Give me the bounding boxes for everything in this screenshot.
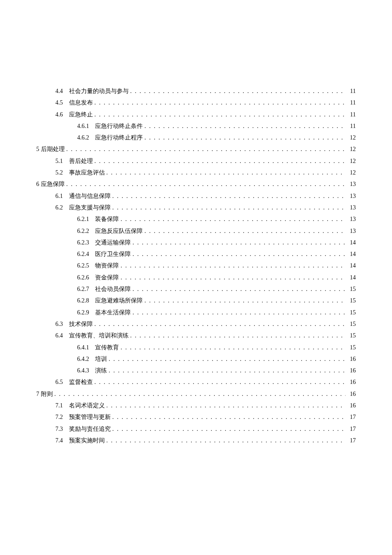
toc-entry-title: 应急终止 xyxy=(69,109,93,120)
toc-leader-dots xyxy=(144,225,346,237)
toc-entry-title: 名词术语定义 xyxy=(69,400,105,411)
toc-leader-dots xyxy=(121,342,346,353)
toc-entry-title: 物资保障 xyxy=(95,260,119,271)
toc-entry-number: 6.4.3 xyxy=(77,365,89,376)
toc-entry-number: 4.6.1 xyxy=(77,120,89,132)
toc-entry-page: 12 xyxy=(347,167,356,178)
toc-entry-number: 7.4 xyxy=(55,435,63,446)
toc-entry-page: 13 xyxy=(347,190,356,202)
toc-entry-page: 16 xyxy=(347,365,356,376)
toc-entry: 7.1名词术语定义16 xyxy=(36,400,356,411)
toc-entry-title: 预案实施时间 xyxy=(69,435,105,446)
toc-leader-dots xyxy=(95,109,346,120)
toc-entry: 6.2.3交通运输保障14 xyxy=(36,237,356,248)
toc-entry-title: 信息发布 xyxy=(69,97,93,108)
toc-leader-dots xyxy=(133,307,346,318)
toc-entry-title: 应急反应队伍保障 xyxy=(95,225,143,237)
toc-leader-dots xyxy=(95,155,346,167)
toc-entry-page: 14 xyxy=(347,248,356,260)
toc-entry-page: 17 xyxy=(347,411,356,423)
toc-entry-title: 应急支援与保障 xyxy=(69,202,111,213)
toc-entry-number: 4.4 xyxy=(55,85,63,97)
toc-entry-title: 交通运输保障 xyxy=(95,237,131,248)
toc-leader-dots xyxy=(95,318,346,330)
toc-entry-number: 6.2.3 xyxy=(77,237,89,248)
toc-leader-dots xyxy=(112,423,346,435)
toc-entry-number: 6.4.1 xyxy=(77,342,89,353)
toc-entry: 6.2.5物资保障14 xyxy=(36,260,356,271)
toc-entry-number: 4.5 xyxy=(55,97,63,108)
toc-entry-number: 6.4 xyxy=(55,330,63,341)
toc-entry-page: 11 xyxy=(347,85,356,97)
toc-leader-dots xyxy=(130,85,346,97)
toc-leader-dots xyxy=(109,353,346,365)
toc-entry: 4.6.2应急行动终止程序12 xyxy=(36,132,356,143)
toc-entry-title: 宣传教育 xyxy=(95,342,119,353)
toc-entry: 7.3奖励与责任追究17 xyxy=(36,423,356,435)
toc-entry-number: 6.4.2 xyxy=(77,353,89,365)
toc-entry: 6.4宣传教育、培训和演练15 xyxy=(36,330,356,341)
toc-leader-dots xyxy=(107,435,346,446)
toc-leader-dots xyxy=(66,178,346,190)
toc-leader-dots xyxy=(144,132,346,143)
toc-entry: 5.2事故应急评估12 xyxy=(36,167,356,178)
toc-entry-page: 14 xyxy=(347,260,356,271)
toc-entry-title: 善后处理 xyxy=(69,155,93,167)
toc-entry-page: 15 xyxy=(347,307,356,318)
toc-entry-number: 7.2 xyxy=(55,411,63,423)
toc-entry: 6.3技术保障15 xyxy=(36,318,356,330)
toc-leader-dots xyxy=(112,202,346,213)
toc-entry-number: 4.6 xyxy=(55,109,63,120)
toc-leader-dots xyxy=(112,190,346,202)
toc-entry-title: 培训 xyxy=(95,353,107,365)
toc-entry-title: 应急行动终止程序 xyxy=(95,132,143,143)
toc-entry-page: 11 xyxy=(347,109,356,120)
toc-entry-page: 16 xyxy=(347,400,356,411)
toc-leader-dots xyxy=(121,272,346,283)
toc-leader-dots xyxy=(55,388,346,400)
toc-entry-page: 12 xyxy=(347,132,356,143)
toc-entry-page: 11 xyxy=(347,97,356,108)
toc-entry-title: 7 附则 xyxy=(36,388,53,400)
toc-entry-title: 社会力量的动员与参与 xyxy=(69,85,129,97)
toc-entry-number: 5.2 xyxy=(55,167,63,178)
toc-entry-page: 14 xyxy=(347,237,356,248)
toc-entry-number: 6.5 xyxy=(55,376,63,388)
toc-entry-page: 16 xyxy=(347,376,356,388)
toc-entry-page: 13 xyxy=(347,213,356,225)
toc-entry-title: 监督检查 xyxy=(69,376,93,388)
toc-leader-dots xyxy=(107,167,346,178)
toc-entry-title: 装备保障 xyxy=(95,213,119,225)
toc-entry: 6.2.6资金保障14 xyxy=(36,272,356,283)
toc-entry-page: 15 xyxy=(347,283,356,295)
toc-entry: 6.4.3演练16 xyxy=(36,365,356,376)
toc-entry-page: 15 xyxy=(347,318,356,330)
toc-entry: 6.4.1宣传教育15 xyxy=(36,342,356,353)
toc-leader-dots xyxy=(144,295,346,306)
toc-entry-number: 7.3 xyxy=(55,423,63,435)
toc-entry-title: 预案管理与更新 xyxy=(69,411,111,423)
toc-entry-title: 事故应急评估 xyxy=(69,167,105,178)
toc-entry: 7.4预案实施时间17 xyxy=(36,435,356,446)
toc-entry-number: 4.6.2 xyxy=(77,132,89,143)
toc-leader-dots xyxy=(121,260,346,271)
toc-entry-number: 6.2.8 xyxy=(77,295,89,306)
toc-entry-title: 应急行动终止条件 xyxy=(95,120,143,132)
toc-leader-dots xyxy=(130,330,346,341)
toc-entry-page: 17 xyxy=(347,435,356,446)
toc-entry-title: 基本生活保障 xyxy=(95,307,131,318)
toc-entry: 4.6.1应急行动终止条件11 xyxy=(36,120,356,132)
toc-entry: 4.6应急终止11 xyxy=(36,109,356,120)
toc-entry-number: 6.2.1 xyxy=(77,213,89,225)
toc-entry-number: 6.2.6 xyxy=(77,272,89,283)
toc-entry: 7 附则16 xyxy=(36,388,356,400)
table-of-contents: 4.4社会力量的动员与参与114.5信息发布114.6应急终止114.6.1应急… xyxy=(36,85,356,446)
toc-entry-page: 15 xyxy=(347,330,356,341)
toc-entry-number: 7.1 xyxy=(55,400,63,411)
toc-entry-page: 11 xyxy=(347,120,356,132)
toc-entry: 5 后期处理12 xyxy=(36,143,356,155)
toc-entry-page: 13 xyxy=(347,178,356,190)
toc-entry: 4.5信息发布11 xyxy=(36,97,356,108)
toc-entry-title: 奖励与责任追究 xyxy=(69,423,111,435)
toc-entry-number: 6.2.2 xyxy=(77,225,89,237)
